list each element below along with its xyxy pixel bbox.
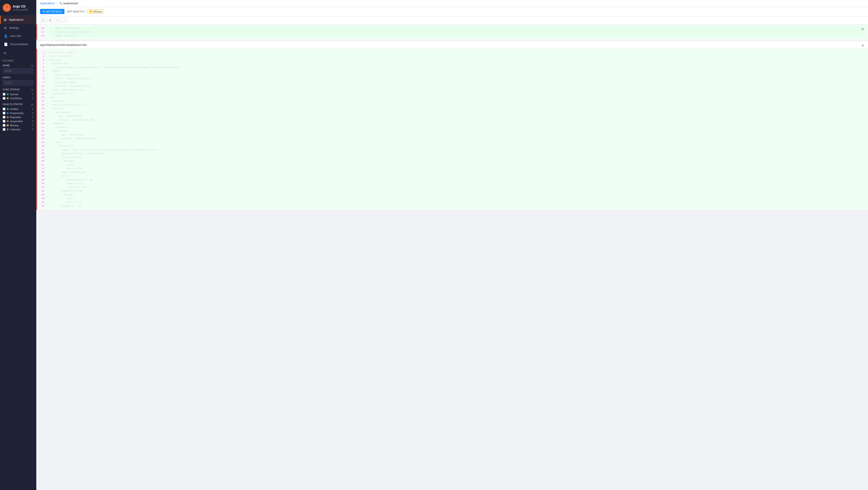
outofsync-count: 2 — [32, 97, 33, 100]
breadcrumb-separator: / — [57, 2, 57, 5]
code-line: namespace: dev — [49, 92, 865, 96]
nav-applications[interactable]: ⊞ Applications — [0, 16, 36, 24]
code-line: readinessProbe: — [49, 189, 865, 193]
deployment-panel-header: apps/Deployment/dev/leaderboard-dev ▲ — [36, 41, 868, 49]
filter-outofsync[interactable]: OutOfSync 2 — [3, 96, 33, 100]
main-content: Applications / 🔍 leaderboard ⚙ APP DETAI… — [36, 0, 868, 490]
suspended-label: Suspended — [10, 120, 31, 123]
kinds-filter-input[interactable] — [3, 80, 33, 86]
app-health-badge: APP HEALTH ℹ — [67, 10, 84, 13]
userinfo-icon: 👤 — [4, 34, 8, 38]
code-line: release: leaderboard-dev — [49, 137, 865, 141]
filter-missing[interactable]: Missing 2 — [3, 123, 33, 127]
code-line: chart: leaderboard-0.1.0 — [49, 77, 865, 81]
suspended-checkbox[interactable] — [3, 120, 5, 123]
filter-suspended[interactable]: Suspended 0 — [3, 119, 33, 123]
settings-icon: ⚙ — [4, 26, 7, 30]
name-filter-input[interactable] — [3, 68, 33, 73]
service-panel: 20 21 22 app: leaderboard release: leade… — [36, 25, 868, 39]
progressing-dot — [7, 112, 9, 114]
code-line: labels: — [49, 129, 865, 133]
suspended-dot — [7, 120, 9, 122]
breadcrumb-applications-link[interactable]: Applications — [40, 2, 55, 5]
filter-sync-group: SYNC STATUS ▲ Synced 0 OutOfSync 2 — [3, 88, 33, 100]
deployment-code-content: apiVersion: apps/v1kind: Deploymentmetad… — [46, 49, 868, 210]
outofsync-checkbox[interactable] — [3, 97, 5, 100]
unknown-checkbox[interactable] — [3, 128, 5, 131]
filter-kinds-header: KINDS — [3, 76, 33, 79]
panel-close-btn[interactable]: ✕ — [861, 27, 864, 32]
service-line-numbers: 20 21 22 — [37, 25, 46, 39]
unknown-dot — [7, 128, 9, 130]
app-details-button[interactable]: ⚙ APP DETAILS — [40, 9, 64, 14]
code-line: release: leaderboard-dev — [49, 118, 865, 122]
code-line: spec: — [49, 141, 865, 145]
sync-filter-chevron: ▲ — [31, 88, 33, 91]
logo-icon: 🐙 — [3, 4, 11, 12]
code-line: type: ClusterIP — [49, 34, 865, 38]
sidebar: 🐙 Argo CD v2.6.0+acc554f ⊞ Applications … — [0, 0, 36, 490]
code-line: app: leaderboard — [49, 73, 865, 77]
grid-view-btn[interactable]: ⊡ — [47, 18, 53, 23]
zoom-in-btn[interactable]: + — [55, 18, 60, 23]
zoom-out-btn[interactable]: − — [62, 18, 67, 23]
code-line: imagePullPolicy: IfNotPresent — [49, 152, 865, 156]
breadcrumb-bar: Applications / 🔍 leaderboard — [36, 0, 868, 7]
code-line: - image: 'quay.io/akuity/argo-cd-learnin… — [49, 148, 865, 152]
suspended-count: 0 — [32, 120, 33, 123]
code-line: labels: — [49, 69, 865, 73]
degraded-checkbox[interactable] — [3, 116, 5, 119]
unknown-count: 0 — [32, 128, 33, 131]
filter-name-group: NAME ▲ — [3, 64, 33, 73]
code-line: app: leaderboard — [49, 133, 865, 137]
code-line: livenessProbe: — [49, 156, 865, 159]
code-line: kind: Deployment — [49, 54, 865, 58]
nav-documentation-label: Documentation — [10, 43, 28, 46]
code-line: path: / — [49, 163, 865, 167]
synced-dot — [7, 93, 9, 95]
code-line: name: http — [49, 182, 865, 185]
outofsync-label: OutOfSync — [10, 97, 31, 100]
healthy-checkbox[interactable] — [3, 108, 5, 110]
filter-synced[interactable]: Synced 0 — [3, 92, 33, 96]
filter-progressing[interactable]: Progressing 0 — [3, 111, 33, 115]
missing-checkbox[interactable] — [3, 124, 5, 127]
deployment-collapse-btn[interactable]: ▲ — [861, 43, 864, 47]
filter-degraded[interactable]: Degraded 0 — [3, 115, 33, 119]
applications-icon: ⊞ — [4, 18, 7, 22]
synced-checkbox[interactable] — [3, 93, 5, 96]
nav-documentation[interactable]: 📄 Documentation — [0, 40, 36, 49]
code-line: port: http — [49, 201, 865, 204]
healthy-label: Healthy — [10, 108, 31, 110]
nav-settings[interactable]: ⚙ Settings — [0, 24, 36, 32]
code-line: template: — [49, 122, 865, 126]
missing-icon: 🟡 — [89, 10, 92, 13]
code-line: app: leaderboard — [49, 26, 865, 30]
synced-label: Synced — [10, 93, 31, 96]
code-line: replicas: 1 — [49, 99, 865, 103]
filter-health-header: HEALTH STATUS ▲ — [3, 103, 33, 105]
code-line: argocd.argoproj.io/tracking-id: 'leaderb… — [49, 66, 865, 69]
filter-healthy[interactable]: Healthy 0 — [3, 107, 33, 111]
progressing-checkbox[interactable] — [3, 112, 5, 115]
degraded-label: Degraded — [10, 116, 31, 119]
code-line: resources: {} — [49, 204, 865, 208]
code-line: release: leaderboard-dev — [49, 30, 865, 34]
filter-sync-header: SYNC STATUS ▲ — [3, 88, 33, 91]
list-view-btn[interactable]: ≡ — [40, 18, 45, 23]
progressing-count: 0 — [32, 112, 33, 115]
code-line: protocol: TCP — [49, 185, 865, 189]
code-line: ports: — [49, 174, 865, 178]
deployment-line-numbers: 1 2 3 4 5 6 7 8 9 10 11 — [37, 49, 46, 210]
missing-count: 2 — [32, 124, 33, 127]
code-line: heritage: Helm — [49, 81, 865, 85]
code-line: revisionHistoryLimit: 3 — [49, 103, 865, 107]
nav-userinfo[interactable]: 👤 User Info — [0, 32, 36, 40]
code-line: annotations: — [49, 62, 865, 66]
code-line: name: leaderboard — [49, 171, 865, 174]
sidebar-collapse-btn[interactable]: ◀ — [0, 49, 36, 57]
main-nav: ⊞ Applications ⚙ Settings 👤 User Info 📄 … — [0, 16, 36, 49]
code-line: - containerPort: 80 — [49, 178, 865, 182]
filter-unknown[interactable]: Unknown 0 — [3, 127, 33, 131]
healthy-dot — [7, 108, 9, 110]
